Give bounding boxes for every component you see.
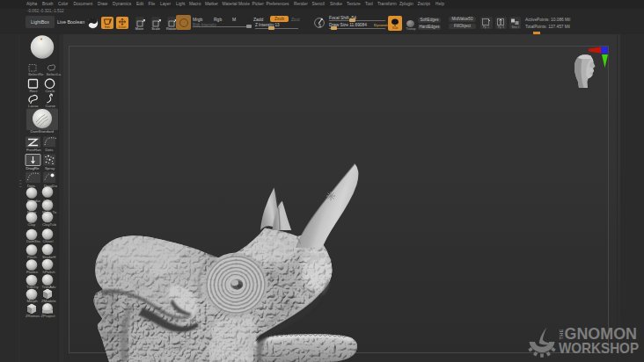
- svg-text:DamSta: DamSta: [26, 239, 40, 243]
- svg-text:SnakeH: SnakeH: [42, 255, 55, 259]
- svg-text:Clay: Clay: [28, 222, 36, 227]
- svg-text:Move To: Move To: [42, 210, 57, 214]
- svg-text:Move: Move: [27, 210, 37, 214]
- svg-text:Standar: Standar: [27, 199, 41, 203]
- svg-text:THE: THE: [559, 329, 564, 339]
- svg-text:ZModele: ZModele: [41, 299, 56, 303]
- svg-text:Fp 3: Fp 3: [498, 25, 504, 28]
- svg-text:Flatten: Flatten: [26, 270, 39, 274]
- svg-text:ZProject: ZProject: [41, 314, 56, 318]
- svg-text:Fp 1: Fp 1: [483, 25, 489, 28]
- svg-text:Sme 1: Sme 1: [511, 25, 519, 28]
- svg-text:hPolish: hPolish: [43, 270, 56, 274]
- svg-text:WORKSHOP: WORKSHOP: [559, 340, 639, 357]
- svg-text:Chisel: Chisel: [43, 239, 54, 243]
- svg-text:Pinch: Pinch: [27, 255, 37, 259]
- svg-text:ClayTub: ClayTub: [42, 222, 56, 227]
- svg-text:S: S: [318, 24, 321, 28]
- svg-text:TrimDy: TrimDy: [26, 285, 40, 289]
- svg-text:Inflat: Inflat: [44, 199, 53, 203]
- svg-text:Morph: Morph: [27, 299, 39, 303]
- svg-text:ZRemes: ZRemes: [26, 314, 40, 318]
- svg-text:TrimAdv: TrimAdv: [42, 285, 57, 289]
